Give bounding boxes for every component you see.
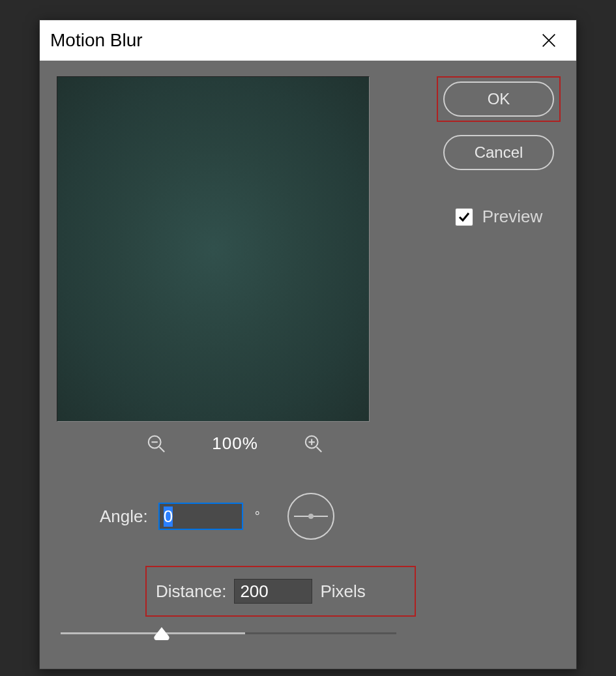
preview-checkbox[interactable] (455, 208, 473, 226)
dialog-body: 100% Angle: ° Distance: Pixels (40, 61, 576, 669)
cancel-button[interactable]: Cancel (443, 135, 554, 170)
motion-blur-dialog: Motion Blur 100% Angle: ° (39, 20, 577, 669)
svg-line-6 (316, 447, 321, 452)
zoom-controls: 100% (54, 434, 416, 454)
angle-label: Angle: (100, 507, 148, 527)
distance-label: Distance: (156, 581, 226, 602)
preview-checkbox-label: Preview (482, 207, 542, 227)
slider-line (61, 632, 396, 634)
distance-row: Distance: Pixels (145, 566, 416, 617)
preview-image[interactable] (57, 76, 370, 422)
ok-highlight: OK (437, 76, 561, 122)
distance-input[interactable] (234, 579, 312, 604)
distance-slider[interactable] (61, 628, 396, 643)
dialog-title: Motion Blur (50, 30, 143, 51)
zoom-level-label: 100% (212, 434, 258, 454)
ok-button[interactable]: OK (443, 81, 554, 117)
right-column: OK Cancel Preview (435, 76, 562, 643)
preview-checkbox-row: Preview (455, 207, 542, 227)
angle-input[interactable] (158, 503, 243, 530)
distance-unit: Pixels (320, 581, 365, 602)
close-icon[interactable] (533, 27, 565, 53)
dialog-titlebar[interactable]: Motion Blur (40, 20, 576, 61)
zoom-in-icon[interactable] (304, 434, 323, 454)
angle-row: Angle: ° (54, 493, 416, 540)
left-column: 100% Angle: ° Distance: Pixels (54, 76, 416, 643)
zoom-out-icon[interactable] (147, 434, 166, 454)
angle-dial-icon[interactable] (287, 493, 334, 540)
svg-line-2 (160, 447, 165, 452)
angle-unit: ° (255, 509, 260, 524)
